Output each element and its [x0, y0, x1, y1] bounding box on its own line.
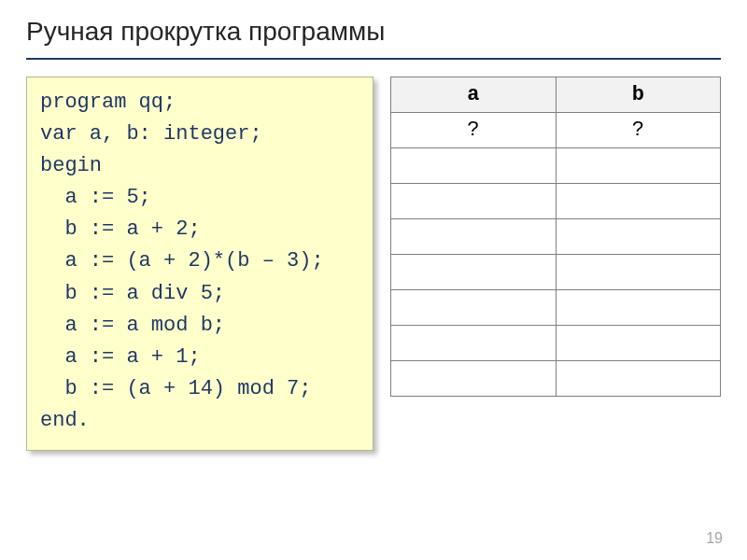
- code-line: a := a mod b;: [40, 310, 359, 342]
- code-line: begin: [40, 150, 359, 182]
- table-cell: [556, 290, 721, 326]
- table-header-b: b: [556, 77, 721, 113]
- content-row: program qq; var a, b: integer; begin a :…: [0, 60, 747, 451]
- table-cell: [556, 184, 721, 219]
- table-row: [391, 290, 721, 326]
- table-row: ? ?: [391, 113, 721, 148]
- table-cell: [391, 255, 557, 290]
- table-row: [391, 148, 721, 184]
- table-cell: [391, 290, 557, 326]
- code-line: a := (a + 2)*(b – 3);: [40, 245, 359, 277]
- code-line: a := a + 1;: [40, 342, 359, 373]
- code-block: program qq; var a, b: integer; begin a :…: [26, 77, 374, 451]
- table-cell: [391, 361, 557, 397]
- page-number: 19: [706, 530, 723, 547]
- code-line: program qq;: [40, 87, 359, 119]
- code-line: b := (a + 14) mod 7;: [40, 373, 359, 405]
- code-line: b := a div 5;: [40, 278, 359, 310]
- table-row: [391, 326, 721, 361]
- table-cell: [556, 219, 721, 255]
- table-cell: ?: [556, 113, 721, 148]
- table-cell: [391, 219, 557, 255]
- table-header-a: a: [391, 77, 557, 113]
- table-cell: [391, 326, 557, 361]
- table-cell: ?: [391, 113, 557, 148]
- table-cell: [556, 148, 721, 184]
- table-cell: [391, 184, 557, 219]
- trace-table: a b ? ?: [390, 77, 721, 397]
- table-cell: [556, 361, 721, 397]
- table-cell: [556, 326, 721, 361]
- slide-title: Ручная прокрутка программы: [26, 17, 721, 47]
- code-line: a := 5;: [40, 182, 359, 214]
- trace-table-container: a b ? ?: [390, 77, 721, 451]
- table-row: [391, 255, 721, 290]
- code-line: b := a + 2;: [40, 214, 359, 245]
- table-row: [391, 219, 721, 255]
- table-row: [391, 184, 721, 219]
- code-line: end.: [40, 405, 359, 437]
- table-cell: [556, 255, 721, 290]
- table-row: [391, 361, 721, 397]
- table-cell: [391, 148, 557, 184]
- code-line: var a, b: integer;: [40, 119, 359, 150]
